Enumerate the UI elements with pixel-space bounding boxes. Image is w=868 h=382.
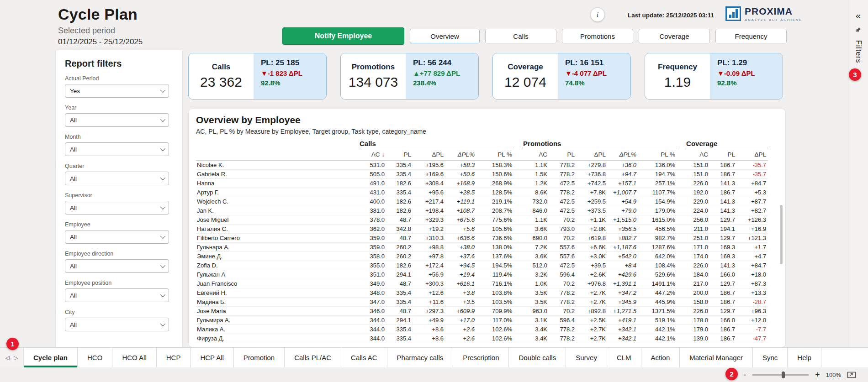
table-row[interactable]: Gabriela R.505.0335.4+169.6+50.6150.6%1.…: [196, 170, 768, 179]
cell-promotions-pl: 456.5%: [638, 225, 677, 234]
nav-button-frequency[interactable]: Frequency: [715, 29, 787, 43]
tab-calls-pl-ac[interactable]: Calls PL/AC: [285, 348, 341, 367]
column-header-promotions-pl[interactable]: PL: [549, 149, 577, 161]
table-row[interactable]: Juan Francisco349.048.7+300.3+616.1716.1…: [196, 279, 768, 288]
tabs-scroll-right-icon[interactable]: ▷: [14, 355, 18, 361]
tab-promotion[interactable]: Promotion: [234, 348, 285, 367]
column-header-calls-pl[interactable]: ΔPL%: [445, 149, 476, 161]
tab-double-calls[interactable]: Double calls: [509, 348, 566, 367]
column-header-calls-pl[interactable]: ΔPL: [413, 149, 445, 161]
table-row[interactable]: Filiberto Carrero359.048.7+310.3+636.673…: [196, 234, 768, 243]
table-scrollbar[interactable]: [780, 178, 783, 347]
cell-promotions-ac: 963.0: [522, 307, 549, 316]
info-icon[interactable]: i: [590, 7, 605, 22]
kpi-percent: 92.8%: [261, 79, 323, 87]
tab-help[interactable]: Help: [788, 348, 821, 367]
table-row[interactable]: Wojciech C.400.0182.6+217.4+119.1219.1%7…: [196, 197, 768, 206]
table-row[interactable]: Гульнара А.359.0260.2+98.8+38.0138.0%7.2…: [196, 243, 768, 252]
tab-hco[interactable]: HCO: [78, 348, 112, 367]
cell-promotions-pl: 519.1%: [638, 316, 677, 325]
zoom-slider[interactable]: [752, 374, 809, 376]
fit-to-page-icon[interactable]: [847, 372, 856, 378]
tab-hcp-all[interactable]: HCP All: [191, 348, 233, 367]
tab-action[interactable]: Action: [641, 348, 680, 367]
zoom-slider-handle[interactable]: [782, 372, 785, 378]
table-row[interactable]: Малика А.344.0335.4+8.6+2.6102.6%3.4K778…: [196, 325, 768, 334]
pin-icon[interactable]: [855, 26, 861, 35]
column-header-promotions-pl[interactable]: ΔPL: [577, 149, 608, 161]
cell-coverage-pl: 129.7: [710, 307, 737, 316]
filter-dropdown-supervisor[interactable]: All: [65, 201, 169, 215]
table-row[interactable]: Евгений Н.348.0335.4+12.6+3.8103.8%3.5K7…: [196, 288, 768, 298]
column-header-coverage-ac[interactable]: AC: [685, 149, 710, 161]
table-row[interactable]: Гульмира А.344.0294.1+49.9+17.0117.0%3.1…: [196, 316, 768, 325]
table-row[interactable]: Jan K.381.0182.6+198.4+108.7208.7%846.04…: [196, 206, 768, 215]
column-header-calls-pl[interactable]: PL %: [476, 149, 514, 161]
kpi-percent: 92.8%: [717, 79, 780, 87]
cell-coverage-pl: 186.7: [710, 161, 737, 170]
column-header-calls-pl[interactable]: PL: [386, 149, 413, 161]
kpi-card-coverage[interactable]: Coverage12 074PL: 16 151▼-4 077 ΔPL74.8%: [492, 53, 631, 99]
filter-dropdown-quarter[interactable]: All: [65, 172, 169, 185]
kpi-plan-value: PL: 25 185: [261, 58, 323, 68]
table-row[interactable]: Jose Maria346.048.7+297.3+609.9709.9%963…: [196, 307, 768, 316]
table-row[interactable]: Мадина Б.347.0335.4+11.6+3.5103.5%3.5K77…: [196, 298, 768, 307]
cell-coverage-pl: -7.7: [737, 325, 768, 334]
zoom-out-button[interactable]: -: [743, 371, 746, 379]
filter-dropdown-actual-period[interactable]: Yes: [65, 84, 169, 98]
nav-button-promotions[interactable]: Promotions: [562, 29, 633, 43]
cell-calls-pl: +119.1: [445, 197, 476, 206]
tab-hcp[interactable]: HCP: [157, 348, 191, 367]
cell-coverage-pl: +87.3: [737, 279, 768, 288]
column-header-promotions-ac[interactable]: AC: [522, 149, 549, 161]
table-row[interactable]: Наталия С.362.0342.8+19.2+5.6105.6%3.6K7…: [196, 225, 768, 234]
nav-button-coverage[interactable]: Coverage: [639, 29, 710, 43]
kpi-card-frequency[interactable]: Frequency1.19PL: 1.29▼-0.09 ΔPL92.8%: [645, 53, 783, 99]
tabs-scroll-left-icon[interactable]: ◁: [5, 355, 10, 361]
table-row[interactable]: Гульжан А351.0294.1+56.9+19.4119.4%3.2K5…: [196, 270, 768, 279]
column-header-promotions-pl[interactable]: PL %: [638, 149, 677, 161]
table-row[interactable]: Артур Г.431.0335.4+95.6+28.5128.5%8.6K77…: [196, 188, 768, 197]
tab-material-manager[interactable]: Material Manager: [680, 348, 753, 367]
tab-sync[interactable]: Sync: [753, 348, 788, 367]
filter-dropdown-employee[interactable]: All: [65, 230, 169, 244]
zoom-in-button[interactable]: +: [815, 371, 820, 379]
table-row[interactable]: Zofia D.355.0182.6+172.4+94.5194.5%512.0…: [196, 261, 768, 270]
filter-dropdown-month[interactable]: All: [65, 142, 169, 156]
table-row[interactable]: Jose Miguel378.048.7+329.3+675.6775.6%1.…: [196, 215, 768, 225]
tab-calls-ac[interactable]: Calls AC: [341, 348, 387, 367]
expand-filters-icon[interactable]: «: [856, 11, 861, 20]
table-row[interactable]: Nicolae K.531.0335.4+195.6+58.3158.3%1.1…: [196, 161, 768, 170]
cell-coverage-pl: 186.7: [710, 288, 737, 298]
column-header-coverage-pl[interactable]: ΔPL: [737, 149, 768, 161]
kpi-card-promotions[interactable]: Promotions134 073PL: 56 244▲+77 829 ΔPL2…: [340, 53, 479, 99]
tab-survey[interactable]: Survey: [566, 348, 607, 367]
table-row[interactable]: Фируза Д.344.0335.4+8.6+2.6102.6%3.4K778…: [196, 334, 768, 343]
kpi-card-calls[interactable]: Calls23 362PL: 25 185▼-1 823 ΔPL92.8%: [188, 53, 327, 99]
nav-button-calls[interactable]: Calls: [485, 29, 556, 43]
filters-rail-label[interactable]: Filters: [854, 40, 863, 63]
column-header-calls-ac[interactable]: AC ↓: [359, 149, 386, 161]
cell-calls-pl: +616.1: [445, 279, 476, 288]
tab-clm[interactable]: CLM: [607, 348, 641, 367]
cell-calls-pl: 335.4: [386, 325, 413, 334]
nav-button-notify-employee[interactable]: Notify Employee: [282, 27, 404, 45]
table-row[interactable]: Эмине Д.358.0260.2+97.8+37.6137.6%3.6K55…: [196, 252, 768, 261]
column-gap: [677, 139, 685, 149]
filter-dropdown-employee-position[interactable]: All: [65, 288, 169, 302]
filter-value: All: [70, 263, 77, 270]
filter-dropdown-city[interactable]: All: [65, 318, 169, 331]
column-header-promotions-pl[interactable]: ΔPL%: [608, 149, 638, 161]
nav-button-overview[interactable]: Overview: [410, 29, 480, 43]
tab-hco-all[interactable]: HCO All: [112, 348, 156, 367]
cell-promotions-pl: +54.9: [608, 197, 638, 206]
table-scrollbar-thumb[interactable]: [780, 205, 783, 264]
table-row[interactable]: Hanna491.0182.6+308.4+168.9268.9%1.2K472…: [196, 179, 768, 188]
filter-dropdown-year[interactable]: All: [65, 113, 169, 127]
column-header-coverage-pl[interactable]: PL: [710, 149, 737, 161]
tab-prescription[interactable]: Prescription: [453, 348, 509, 367]
tab-cycle-plan[interactable]: Cycle plan: [24, 348, 78, 367]
tab-pharmacy-calls[interactable]: Pharmacy calls: [387, 348, 454, 367]
cell-promotions-pl: 778.2: [549, 325, 577, 334]
filter-dropdown-employee-direction[interactable]: All: [65, 259, 169, 273]
